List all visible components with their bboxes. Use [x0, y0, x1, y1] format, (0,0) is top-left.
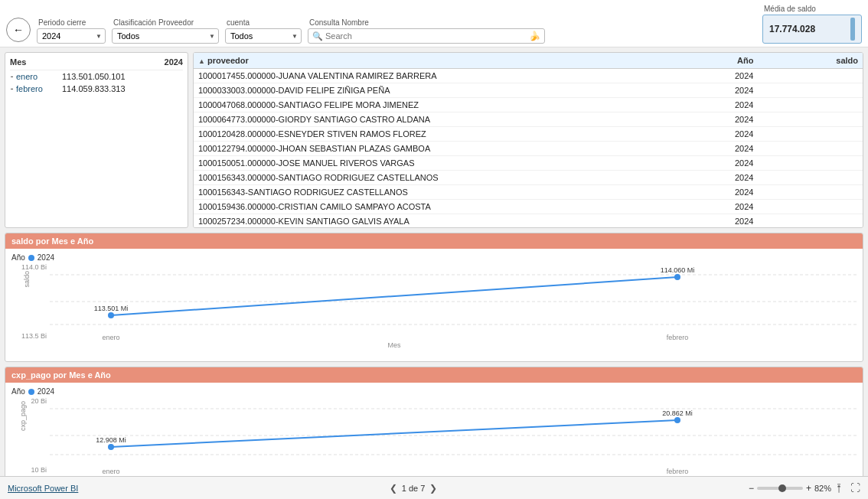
svg-point-4	[674, 274, 680, 280]
proveedor-table: ▲ proveedor Año saldo 1000017455.000000-…	[194, 53, 863, 228]
saldo-cell	[758, 156, 863, 171]
left-panel: Mes 2024 ⁃ enero 113.501.050.101 ⁃ febre…	[5, 52, 188, 228]
svg-text:enero: enero	[102, 334, 119, 341]
bottom-bar: Microsoft Power BI ❮ 1 de 7 ❯ − + 82% ⭱ …	[0, 476, 868, 499]
search-wrap: 🔍 🍌	[308, 28, 545, 44]
chart2-legend: Año 2024	[11, 387, 857, 396]
zoom-value: 82%	[814, 484, 831, 493]
saldo-cell	[758, 98, 863, 113]
chart1-legend: Año 2024	[11, 253, 857, 262]
saldo-col-header: saldo	[758, 53, 863, 69]
svg-text:114.060 Mi: 114.060 Mi	[661, 266, 695, 274]
paint-icon[interactable]: 🍌	[529, 31, 540, 41]
zoom-area: − + 82% ⭱ ⛶	[749, 482, 860, 494]
share-icon[interactable]: ⭱	[834, 482, 844, 494]
proveedor-cell: 1000047068.000000-SANTIAGO FELIPE MORA J…	[194, 98, 701, 113]
table-row[interactable]: 1000257234.000000-KEVIN SANTIAGO GALVIS …	[194, 214, 863, 229]
table-row[interactable]: 1000150051.000000-JOSE MANUEL RIVEROS VA…	[194, 156, 863, 171]
ano-cell: 2024	[701, 171, 758, 185]
back-button[interactable]: ←	[6, 18, 31, 42]
saldo-cell	[758, 185, 863, 200]
content-wrapper: Mes 2024 ⁃ enero 113.501.050.101 ⁃ febre…	[0, 47, 868, 499]
table-row[interactable]: 1000159436.000000-CRISTIAN CAMILO SAMPAY…	[194, 200, 863, 214]
ano-cell: 2024	[701, 156, 758, 171]
zoom-slider[interactable]	[757, 487, 803, 490]
svg-point-3	[108, 312, 114, 318]
chart1-svg: 113.501 Mi 114.060 Mi enero febrero Mes	[50, 263, 857, 332]
search-input[interactable]	[325, 31, 526, 41]
media-group: Média de saldo 17.774.028	[762, 5, 862, 44]
saldo-cell	[758, 83, 863, 98]
media-bar-indicator	[850, 18, 855, 41]
month-label: febrero	[16, 84, 62, 93]
media-box: 17.774.028	[762, 15, 862, 44]
svg-text:Mes: Mes	[387, 341, 401, 349]
chart2-title: cxp_pago por Mes e Año	[5, 367, 863, 383]
svg-text:12.908 Mi: 12.908 Mi	[96, 436, 126, 444]
prev-page-button[interactable]: ❮	[390, 483, 397, 494]
ano-cell: 2024	[701, 142, 758, 156]
svg-text:febrero: febrero	[667, 334, 689, 341]
chart2-body: Año 2024 20 Bi 10 Bi cxp_pago	[5, 383, 863, 482]
chart1-year: 2024	[38, 253, 54, 262]
proveedor-cell: 1000120428.000000-ESNEYDER STIVEN RAMOS …	[194, 127, 701, 142]
media-value: 17.774.028	[769, 24, 815, 34]
chart2-y-axis-top: 20 Bi	[11, 397, 47, 405]
ano-cell: 2024	[701, 83, 758, 98]
table-row[interactable]: 1000017455.000000-JUANA VALENTINA RAMIRE…	[194, 69, 863, 83]
chart1-legend-label: Año	[11, 253, 25, 262]
powerbi-link[interactable]: Microsoft Power BI	[8, 484, 78, 493]
next-page-button[interactable]: ❯	[429, 483, 437, 494]
periodo-select[interactable]: 2024	[37, 28, 106, 44]
chart2-legend-dot	[28, 389, 34, 395]
table-row[interactable]: 1000156343.000000-SANTIAGO RODRIGUEZ CAS…	[194, 171, 863, 185]
saldo-cell	[758, 142, 863, 156]
bottom-icons: ⭱ ⛶	[834, 482, 860, 494]
svg-point-13	[108, 444, 114, 450]
chart1-y-label: saldo	[23, 271, 31, 288]
periodo-label: Periodo cierre	[37, 18, 106, 27]
table-row[interactable]: 1000156343-SANTIAGO RODRIGUEZ CASTELLANO…	[194, 185, 863, 200]
zoom-out-button[interactable]: −	[749, 483, 754, 494]
table-row[interactable]: ⁃ enero 113.501.050.101	[10, 70, 183, 83]
clasificacion-select[interactable]: Todos	[112, 28, 219, 44]
cuenta-label: cuenta	[225, 18, 302, 27]
proveedor-cell: 1000159436.000000-CRISTIAN CAMILO SAMPAY…	[194, 200, 701, 214]
proveedor-cell: 1000122794.000000-JHOAN SEBASTIAN PLAZAS…	[194, 142, 701, 156]
bottom-charts: saldo por Mes e Año Año 2024 114.0 Bi 11…	[5, 233, 863, 496]
table-row[interactable]: 1000033003.000000-DAVID FELIPE ZIÑIGA PE…	[194, 83, 863, 98]
chart1-body: Año 2024 114.0 Bi 113.5 Bi saldo	[5, 249, 863, 348]
proveedor-cell: 1000150051.000000-JOSE MANUEL RIVEROS VA…	[194, 156, 701, 171]
month-value: 114.059.833.313	[62, 84, 126, 93]
table-row[interactable]: 1000122794.000000-JHOAN SEBASTIAN PLAZAS…	[194, 142, 863, 156]
clasificacion-filter-group: Clasificación Proveedor Todos	[112, 18, 219, 44]
svg-text:enero: enero	[102, 468, 119, 475]
mes-col-header: Mes	[10, 57, 26, 67]
clasificacion-select-wrap: Todos	[112, 28, 219, 44]
ano-col-header: Año	[701, 53, 758, 69]
saldo-cell	[758, 214, 863, 229]
table-row[interactable]: 1000047068.000000-SANTIAGO FELIPE MORA J…	[194, 98, 863, 113]
chart2-year: 2024	[38, 387, 54, 396]
top-section: Mes 2024 ⁃ enero 113.501.050.101 ⁃ febre…	[5, 52, 863, 228]
periodo-select-wrap: 2024	[37, 28, 106, 44]
proveedor-cell: 1000033003.000000-DAVID FELIPE ZIÑIGA PE…	[194, 83, 701, 98]
chart2-y-axis-bottom: 10 Bi	[11, 466, 47, 474]
chart1-title: saldo por Mes e Año	[5, 233, 863, 249]
proveedor-cell: 1000257234.000000-KEVIN SANTIAGO GALVIS …	[194, 214, 701, 229]
fullscreen-icon[interactable]: ⛶	[850, 482, 860, 494]
cuenta-select[interactable]: Todos	[225, 28, 302, 44]
sort-arrow: ▲	[198, 57, 205, 65]
zoom-in-button[interactable]: +	[806, 483, 811, 494]
saldo-cell	[758, 200, 863, 214]
saldo-cell	[758, 113, 863, 127]
table-row[interactable]: 1000120428.000000-ESNEYDER STIVEN RAMOS …	[194, 127, 863, 142]
clasificacion-label: Clasificación Proveedor	[112, 18, 219, 27]
consulta-label: Consulta Nombre	[308, 18, 545, 27]
table-row[interactable]: 1000064773.000000-GIORDY SANTIAGO CASTRO…	[194, 113, 863, 127]
chart2-y-label: cxp_pago	[19, 401, 27, 431]
svg-text:113.501 Mi: 113.501 Mi	[94, 305, 129, 312]
table-row[interactable]: ⁃ febrero 114.059.833.313	[10, 83, 183, 95]
media-label: Média de saldo	[762, 5, 862, 13]
periodo-filter-group: Periodo cierre 2024	[37, 18, 106, 44]
